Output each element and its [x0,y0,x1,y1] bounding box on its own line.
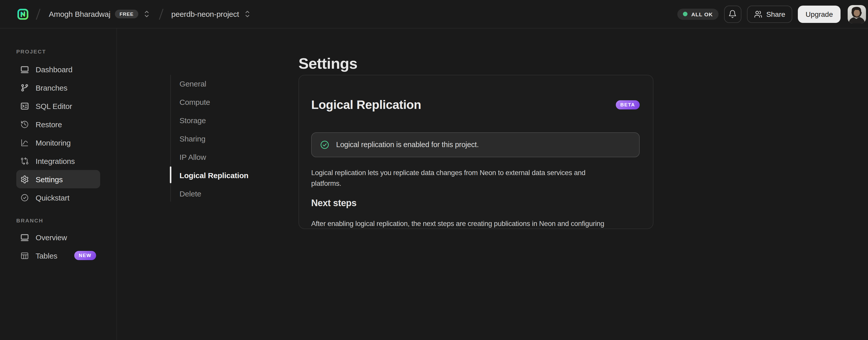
neon-console: Amogh Bharadwaj FREE peerdb-neon-project… [0,0,868,340]
notifications-button[interactable] [724,5,741,23]
sidebar-item-monitoring[interactable]: Monitoring [16,133,100,152]
system-status-pill[interactable]: ALL OK [678,8,718,20]
sidebar-item-settings[interactable]: Settings [16,170,100,188]
user-avatar[interactable] [848,5,866,23]
sidebar-item-dashboard[interactable]: Dashboard [16,60,100,78]
next-steps-heading: Next steps [311,197,640,209]
check-circle-icon [20,193,29,202]
settings-nav-sharing[interactable]: Sharing [170,129,282,148]
enabled-status-alert: Logical replication is enabled for this … [311,132,640,157]
history-clock-icon [20,120,29,129]
status-ok-dot [683,12,688,16]
sidebar-item-overview[interactable]: Overview [16,228,100,246]
gear-icon [20,175,29,183]
neon-logo-icon [17,8,29,20]
dashboard-icon [20,65,29,74]
success-check-icon [320,140,330,150]
settings-nav-delete[interactable]: Delete [170,184,282,203]
sidebar-item-restore[interactable]: Restore [16,115,100,133]
sql-terminal-icon [20,102,29,110]
user-name: Amogh Bharadwaj [49,10,110,18]
upgrade-button[interactable]: Upgrade [798,5,841,23]
sidebar-section-branch: BRANCH [16,217,117,224]
org-switcher[interactable]: Amogh Bharadwaj FREE [49,9,151,19]
project-switcher[interactable]: peerdb-neon-project [172,9,251,19]
neon-logo[interactable] [17,8,29,20]
top-header: Amogh Bharadwaj FREE peerdb-neon-project… [0,0,868,29]
settings-nav-logical-replication[interactable]: Logical Replication [170,166,282,184]
chevron-updown-icon [244,9,251,19]
alert-text: Logical replication is enabled for this … [336,141,479,149]
overview-window-icon [20,233,29,242]
avatar-portrait [848,5,866,23]
status-label: ALL OK [691,11,713,17]
next-steps-text: After enabling logical replication, the … [311,218,640,229]
settings-nav-compute[interactable]: Compute [170,93,282,111]
sidebar-item-branches[interactable]: Branches [16,78,100,97]
users-icon [754,10,762,18]
plan-badge: FREE [115,10,138,19]
header-actions: ALL OK Share Upgrade [678,5,866,23]
integrations-icon [20,157,29,165]
logical-replication-card: Logical Replication BETA Logical replica… [299,75,653,229]
chevron-updown-icon [143,9,151,19]
share-label: Share [766,10,785,18]
card-title: Logical Replication [311,97,421,112]
breadcrumb-divider [158,7,164,21]
settings-nav: General Compute Storage Sharing IP Allow… [170,74,282,203]
git-branch-icon [20,83,29,92]
sidebar-item-sql-editor[interactable]: SQL Editor [16,97,100,115]
table-grid-icon [20,251,29,260]
settings-nav-ip-allow[interactable]: IP Allow [170,148,282,166]
share-button[interactable]: Share [747,5,793,23]
description-text: Logical replication lets you replicate d… [311,167,640,189]
breadcrumb-divider [35,7,41,21]
sidebar-item-quickstart[interactable]: Quickstart [16,188,100,207]
line-chart-icon [20,138,29,147]
new-badge: NEW [74,251,96,260]
card-header: Logical Replication BETA [311,87,640,123]
settings-nav-storage[interactable]: Storage [170,111,282,129]
project-name: peerdb-neon-project [172,10,239,18]
beta-badge: BETA [616,100,640,109]
sidebar-item-tables[interactable]: Tables NEW [16,246,100,265]
settings-nav-general[interactable]: General [170,74,282,93]
page-title: Settings [299,54,358,73]
sidebar: PROJECT Dashboard Branches SQL Editor [0,29,117,340]
bell-icon [728,10,737,18]
sidebar-section-project: PROJECT [16,48,117,55]
sidebar-item-integrations[interactable]: Integrations [16,152,100,170]
